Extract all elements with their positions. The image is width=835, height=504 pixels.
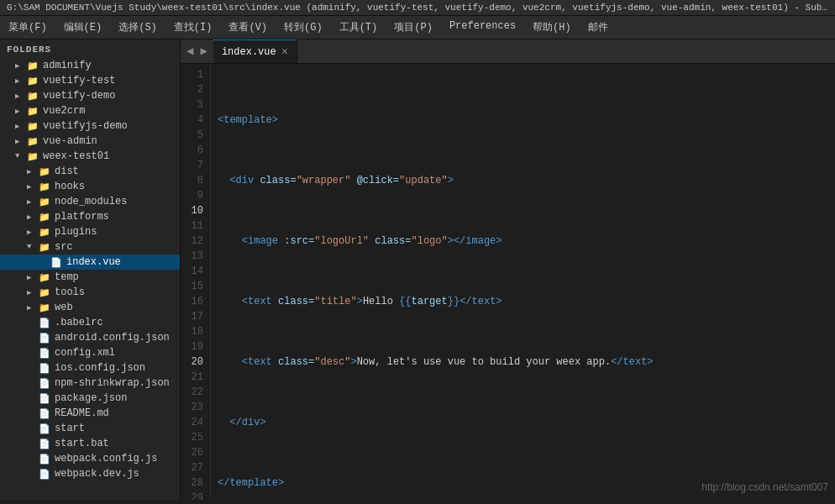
sidebar-item-dist[interactable]: 📁 dist <box>0 164 180 179</box>
file-icon: 📄 <box>50 257 64 268</box>
menu-item-select[interactable]: 选择(S) <box>110 18 165 36</box>
file-icon: 📄 <box>39 469 52 480</box>
title-bar: G:\SAM DOCUMENT\Vuejs Study\weex-test01\… <box>0 0 835 16</box>
sidebar-item-package-json[interactable]: 📄 package.json <box>0 391 180 406</box>
menu-item-find[interactable]: 查找(I) <box>165 18 221 36</box>
code-line-2: <div class="wrapper" @click="update"> <box>218 173 835 188</box>
arrow-icon <box>15 122 27 131</box>
editor-area: ◀ ▶ index.vue × 1 2 3 4 5 6 7 8 <box>181 39 835 500</box>
arrow-icon <box>15 92 27 101</box>
watermark: http://blog.csdn.net/samt007 <box>701 481 828 493</box>
arrow-icon <box>27 273 39 282</box>
sidebar-item-adminify[interactable]: 📁 adminify <box>0 58 180 73</box>
main-layout: FOLDERS 📁 adminify 📁 vuetify-test 📁 vuet… <box>0 39 835 500</box>
menu-item-tools[interactable]: 工具(T) <box>331 18 386 36</box>
sidebar-item-vue2crm[interactable]: 📁 vue2crm <box>0 103 180 118</box>
file-icon: 📄 <box>39 348 52 359</box>
arrow-icon <box>15 137 27 146</box>
file-icon: 📄 <box>39 438 52 449</box>
sidebar-item-config-xml[interactable]: 📄 config.xml <box>0 345 180 360</box>
code-line-1: <template> <box>218 113 835 128</box>
file-icon: 📄 <box>39 408 52 419</box>
arrow-icon <box>27 213 39 222</box>
sidebar-item-android-config[interactable]: 📄 android.config.json <box>0 330 180 345</box>
sidebar-item-webpack-config[interactable]: 📄 webpack.config.js <box>0 451 180 466</box>
arrow-icon <box>27 288 39 297</box>
code-container[interactable]: 1 2 3 4 5 6 7 8 9 10 11 12 13 14 15 16 1… <box>181 64 835 500</box>
file-icon: 📄 <box>39 333 52 344</box>
folder-icon: 📁 <box>27 76 40 87</box>
tab-close-icon[interactable]: × <box>281 45 288 59</box>
arrow-icon <box>27 243 39 251</box>
folder-icon: 📁 <box>27 106 40 117</box>
sidebar-item-vuetify-test[interactable]: 📁 vuetify-test <box>0 73 180 88</box>
sidebar-item-vuetify-demo[interactable]: 📁 vuetify-demo <box>0 88 180 103</box>
menu-item-goto[interactable]: 转到(G) <box>276 18 331 36</box>
code-line-4: <text class="title">Hello {{target}}</te… <box>218 294 835 309</box>
file-icon: 📄 <box>39 393 52 404</box>
arrow-icon <box>27 228 39 237</box>
menu-item-view[interactable]: 查看(V) <box>220 18 276 36</box>
arrow-icon <box>15 107 27 116</box>
sidebar-item-webpack-dev[interactable]: 📄 webpack.dev.js <box>0 466 180 481</box>
file-icon: 📄 <box>39 363 52 374</box>
folder-icon: 📁 <box>39 287 52 298</box>
file-icon: 📄 <box>39 378 52 389</box>
sidebar-item-vuetifyjs-demo[interactable]: 📁 vuetifyjs-demo <box>0 118 180 134</box>
arrow-icon <box>15 61 27 71</box>
sidebar-item-start[interactable]: 📄 start <box>0 421 180 436</box>
sidebar-item-index-vue[interactable]: 📄 index.vue <box>0 255 180 270</box>
menu-item-help[interactable]: 帮助(H) <box>524 18 580 36</box>
tab-label: index.vue <box>222 46 276 58</box>
code-line-6: </div> <box>218 415 835 430</box>
sidebar-header: FOLDERS <box>0 39 180 58</box>
sidebar: FOLDERS 📁 adminify 📁 vuetify-test 📁 vuet… <box>0 39 181 500</box>
folder-icon: 📁 <box>39 227 52 238</box>
sidebar-item-plugins[interactable]: 📁 plugins <box>0 224 180 239</box>
arrow-icon <box>27 303 39 312</box>
sidebar-item-babelrc[interactable]: 📄 .babelrc <box>0 315 180 330</box>
sidebar-item-tools[interactable]: 📁 tools <box>0 285 180 300</box>
sidebar-item-ios-config[interactable]: 📄 ios.config.json <box>0 360 180 375</box>
menu-item-preferences[interactable]: Preferences <box>441 18 524 36</box>
menu-item-edit[interactable]: 编辑(E) <box>55 18 111 36</box>
sidebar-item-hooks[interactable]: 📁 hooks <box>0 179 180 194</box>
folder-icon: 📁 <box>27 151 40 162</box>
sidebar-item-src[interactable]: 📁 src <box>0 239 180 255</box>
code-line-3: <image :src="logoUrl" class="logo"></ima… <box>218 234 835 249</box>
arrow-icon <box>27 197 39 207</box>
tab-index-vue[interactable]: index.vue × <box>213 39 297 63</box>
line-numbers: 1 2 3 4 5 6 7 8 9 10 11 12 13 14 15 16 1… <box>181 64 211 500</box>
sidebar-item-start-bat[interactable]: 📄 start.bat <box>0 436 180 451</box>
folder-icon: 📁 <box>39 302 52 313</box>
nav-left-icon[interactable]: ◀ <box>184 44 196 59</box>
sidebar-item-platforms[interactable]: 📁 platforms <box>0 209 180 224</box>
folder-icon: 📁 <box>39 272 52 283</box>
folder-icon: 📁 <box>27 91 40 102</box>
menu-item-file[interactable]: 菜单(F) <box>0 18 55 36</box>
folder-icon: 📁 <box>39 166 52 177</box>
tab-bar: index.vue × <box>213 39 835 63</box>
sidebar-item-node-modules[interactable]: 📁 node_modules <box>0 194 180 209</box>
arrow-icon <box>27 182 39 192</box>
nav-right-icon[interactable]: ▶ <box>197 44 209 59</box>
sidebar-nav: ◀ ▶ <box>181 39 213 63</box>
sidebar-item-weex-test01[interactable]: 📁 weex-test01 <box>0 149 180 164</box>
sidebar-item-web[interactable]: 📁 web <box>0 300 180 315</box>
sidebar-item-npm-shrinkwrap[interactable]: 📄 npm-shrinkwrap.json <box>0 375 180 391</box>
folder-icon: 📁 <box>39 181 52 192</box>
folder-icon: 📁 <box>39 242 52 253</box>
file-icon: 📄 <box>39 318 52 328</box>
folder-icon: 📁 <box>27 136 40 147</box>
sidebar-item-readme[interactable]: 📄 README.md <box>0 406 180 421</box>
folder-icon: 📁 <box>39 197 52 207</box>
menu-item-mail[interactable]: 邮件 <box>580 18 617 36</box>
code-content[interactable]: <template> <div class="wrapper" @click="… <box>211 64 835 500</box>
sidebar-item-temp[interactable]: 📁 temp <box>0 270 180 285</box>
folder-icon: 📁 <box>39 212 52 223</box>
arrow-icon <box>15 76 27 86</box>
file-icon: 📄 <box>39 454 52 465</box>
file-icon: 📄 <box>39 423 52 434</box>
sidebar-item-vue-admin[interactable]: 📁 vue-admin <box>0 134 180 149</box>
menu-item-project[interactable]: 项目(P) <box>386 18 441 36</box>
